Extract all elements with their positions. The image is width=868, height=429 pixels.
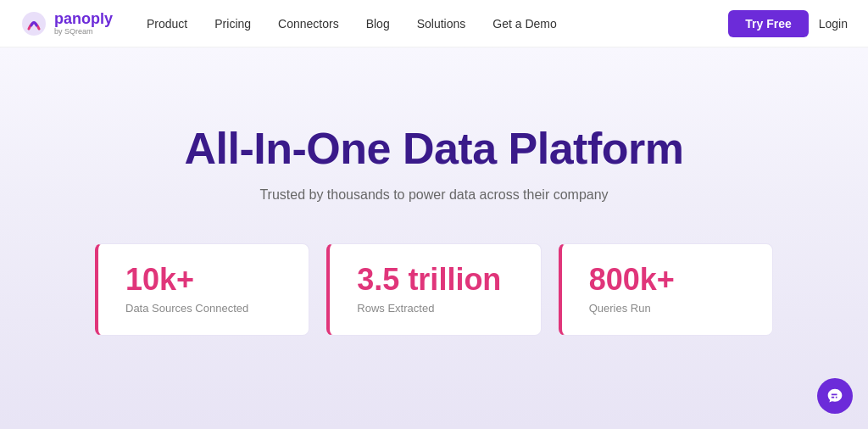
nav-actions: Try Free Login bbox=[728, 10, 848, 37]
hero-subtitle: Trusted by thousands to power data acros… bbox=[259, 187, 608, 203]
chat-icon bbox=[826, 387, 843, 404]
nav-get-a-demo[interactable]: Get a Demo bbox=[492, 17, 556, 31]
logo-text: panoply by SQream bbox=[54, 11, 113, 36]
chat-bubble-button[interactable] bbox=[817, 378, 853, 414]
nav-pricing[interactable]: Pricing bbox=[214, 17, 251, 31]
stat-label-2: Queries Run bbox=[589, 302, 651, 315]
nav-product[interactable]: Product bbox=[147, 17, 187, 31]
stat-value-0: 10k+ bbox=[125, 265, 194, 295]
hero-section: All-In-One Data Platform Trusted by thou… bbox=[0, 47, 868, 429]
stat-label-1: Rows Extracted bbox=[357, 302, 434, 315]
hero-title: All-In-One Data Platform bbox=[185, 124, 684, 175]
nav-blog[interactable]: Blog bbox=[366, 17, 390, 31]
nav-solutions[interactable]: Solutions bbox=[417, 17, 466, 31]
stat-card-1: 3.5 trillion Rows Extracted bbox=[326, 243, 541, 336]
stat-value-2: 800k+ bbox=[589, 265, 675, 295]
logo-sub: by SQream bbox=[54, 28, 113, 36]
nav-connectors[interactable]: Connectors bbox=[278, 17, 339, 31]
nav-links: Product Pricing Connectors Blog Solution… bbox=[147, 17, 728, 31]
navbar: panoply by SQream Product Pricing Connec… bbox=[0, 0, 868, 47]
stat-label-0: Data Sources Connected bbox=[125, 302, 248, 315]
try-free-button[interactable]: Try Free bbox=[728, 10, 808, 37]
stat-card-0: 10k+ Data Sources Connected bbox=[95, 243, 309, 336]
login-button[interactable]: Login bbox=[819, 17, 848, 31]
stat-value-1: 3.5 trillion bbox=[357, 265, 501, 295]
logo-icon bbox=[20, 10, 47, 37]
stats-row: 10k+ Data Sources Connected 3.5 trillion… bbox=[86, 243, 782, 336]
stat-card-2: 800k+ Queries Run bbox=[559, 243, 773, 336]
logo-area[interactable]: panoply by SQream bbox=[20, 10, 113, 37]
logo-name: panoply bbox=[54, 11, 113, 28]
